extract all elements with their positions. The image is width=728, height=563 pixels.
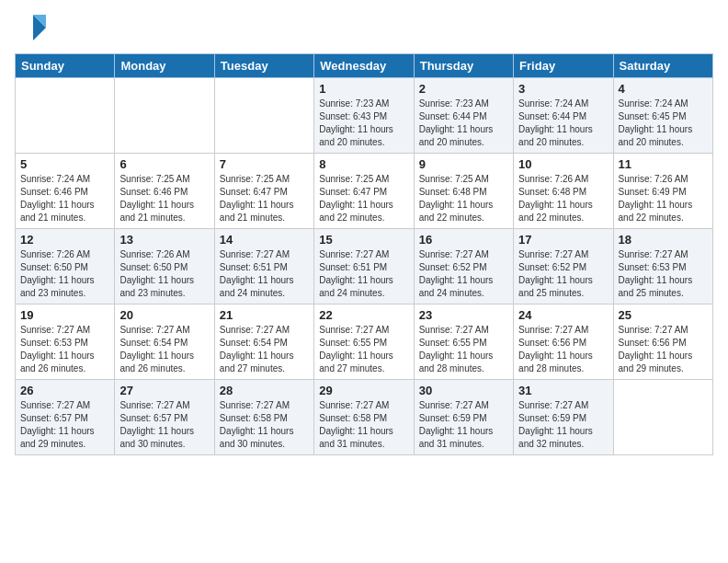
calendar-cell: 30Sunrise: 7:27 AM Sunset: 6:59 PM Dayli…	[414, 380, 513, 455]
day-info: Sunrise: 7:27 AM Sunset: 6:57 PM Dayligh…	[20, 399, 109, 451]
day-number: 9	[419, 157, 508, 171]
calendar-cell: 25Sunrise: 7:27 AM Sunset: 6:56 PM Dayli…	[613, 304, 712, 380]
calendar-cell: 9Sunrise: 7:25 AM Sunset: 6:48 PM Daylig…	[414, 154, 513, 229]
calendar-cell: 4Sunrise: 7:24 AM Sunset: 6:45 PM Daylig…	[613, 78, 712, 154]
week-row-2: 5Sunrise: 7:24 AM Sunset: 6:46 PM Daylig…	[16, 154, 713, 229]
day-number: 29	[319, 384, 408, 397]
day-number: 14	[220, 233, 309, 247]
day-number: 16	[419, 233, 508, 247]
day-info: Sunrise: 7:27 AM Sunset: 6:59 PM Dayligh…	[419, 399, 508, 451]
calendar-cell: 10Sunrise: 7:26 AM Sunset: 6:48 PM Dayli…	[514, 154, 613, 229]
day-number: 31	[518, 384, 608, 397]
day-info: Sunrise: 7:27 AM Sunset: 6:52 PM Dayligh…	[518, 248, 608, 300]
weekday-header-thursday: Thursday	[414, 54, 513, 78]
logo	[15, 11, 50, 44]
weekday-header-friday: Friday	[514, 54, 613, 78]
day-info: Sunrise: 7:23 AM Sunset: 6:43 PM Dayligh…	[319, 98, 408, 149]
day-info: Sunrise: 7:27 AM Sunset: 6:54 PM Dayligh…	[220, 324, 309, 375]
header	[15, 11, 713, 44]
day-number: 13	[119, 233, 209, 247]
day-number: 25	[619, 308, 708, 322]
weekday-header-wednesday: Wednesday	[314, 54, 414, 78]
calendar-cell: 26Sunrise: 7:27 AM Sunset: 6:57 PM Dayli…	[16, 380, 115, 455]
day-number: 22	[319, 308, 408, 322]
day-number: 26	[20, 384, 109, 397]
day-number: 7	[220, 157, 309, 171]
calendar-cell: 7Sunrise: 7:25 AM Sunset: 6:47 PM Daylig…	[214, 154, 313, 229]
day-number: 18	[619, 233, 708, 247]
calendar-cell: 29Sunrise: 7:27 AM Sunset: 6:58 PM Dayli…	[314, 380, 414, 455]
day-info: Sunrise: 7:26 AM Sunset: 6:50 PM Dayligh…	[119, 248, 209, 300]
day-info: Sunrise: 7:27 AM Sunset: 6:56 PM Dayligh…	[518, 324, 608, 375]
calendar-cell: 8Sunrise: 7:25 AM Sunset: 6:47 PM Daylig…	[314, 154, 414, 229]
day-info: Sunrise: 7:26 AM Sunset: 6:50 PM Dayligh…	[20, 248, 109, 300]
calendar-cell: 14Sunrise: 7:27 AM Sunset: 6:51 PM Dayli…	[214, 229, 313, 304]
day-number: 21	[220, 308, 309, 322]
day-info: Sunrise: 7:27 AM Sunset: 6:58 PM Dayligh…	[319, 399, 408, 451]
calendar-cell: 13Sunrise: 7:26 AM Sunset: 6:50 PM Dayli…	[115, 229, 214, 304]
calendar-cell: 5Sunrise: 7:24 AM Sunset: 6:46 PM Daylig…	[16, 154, 115, 229]
calendar-cell: 6Sunrise: 7:25 AM Sunset: 6:46 PM Daylig…	[115, 154, 214, 229]
page: SundayMondayTuesdayWednesdayThursdayFrid…	[0, 0, 728, 563]
calendar-cell	[115, 78, 214, 154]
day-number: 28	[220, 384, 309, 397]
calendar-cell	[214, 78, 313, 154]
day-info: Sunrise: 7:27 AM Sunset: 6:54 PM Dayligh…	[119, 324, 209, 375]
day-number: 4	[619, 82, 708, 96]
calendar-cell: 3Sunrise: 7:24 AM Sunset: 6:44 PM Daylig…	[514, 78, 613, 154]
calendar-cell: 11Sunrise: 7:26 AM Sunset: 6:49 PM Dayli…	[613, 154, 712, 229]
day-number: 5	[20, 157, 109, 171]
week-row-3: 12Sunrise: 7:26 AM Sunset: 6:50 PM Dayli…	[16, 229, 713, 304]
day-info: Sunrise: 7:27 AM Sunset: 6:53 PM Dayligh…	[619, 248, 708, 300]
logo-icon	[15, 11, 48, 44]
day-number: 19	[20, 308, 109, 322]
day-number: 30	[419, 384, 508, 397]
day-number: 1	[319, 82, 408, 96]
day-info: Sunrise: 7:27 AM Sunset: 6:55 PM Dayligh…	[319, 324, 408, 375]
day-info: Sunrise: 7:27 AM Sunset: 6:58 PM Dayligh…	[220, 399, 309, 451]
calendar-cell: 15Sunrise: 7:27 AM Sunset: 6:51 PM Dayli…	[314, 229, 414, 304]
day-info: Sunrise: 7:27 AM Sunset: 6:53 PM Dayligh…	[20, 324, 109, 375]
day-number: 8	[319, 157, 408, 171]
day-number: 23	[419, 308, 508, 322]
week-row-4: 19Sunrise: 7:27 AM Sunset: 6:53 PM Dayli…	[16, 304, 713, 380]
calendar-cell: 18Sunrise: 7:27 AM Sunset: 6:53 PM Dayli…	[613, 229, 712, 304]
calendar-cell: 16Sunrise: 7:27 AM Sunset: 6:52 PM Dayli…	[414, 229, 513, 304]
calendar-cell: 2Sunrise: 7:23 AM Sunset: 6:44 PM Daylig…	[414, 78, 513, 154]
calendar-cell: 12Sunrise: 7:26 AM Sunset: 6:50 PM Dayli…	[16, 229, 115, 304]
weekday-header-tuesday: Tuesday	[214, 54, 313, 78]
day-number: 2	[419, 82, 508, 96]
day-info: Sunrise: 7:27 AM Sunset: 6:51 PM Dayligh…	[319, 248, 408, 300]
calendar-cell: 23Sunrise: 7:27 AM Sunset: 6:55 PM Dayli…	[414, 304, 513, 380]
day-info: Sunrise: 7:23 AM Sunset: 6:44 PM Dayligh…	[419, 98, 508, 149]
day-number: 24	[518, 308, 608, 322]
calendar-cell: 1Sunrise: 7:23 AM Sunset: 6:43 PM Daylig…	[314, 78, 414, 154]
day-info: Sunrise: 7:25 AM Sunset: 6:48 PM Dayligh…	[419, 173, 508, 224]
calendar-cell: 19Sunrise: 7:27 AM Sunset: 6:53 PM Dayli…	[16, 304, 115, 380]
day-info: Sunrise: 7:27 AM Sunset: 6:52 PM Dayligh…	[419, 248, 508, 300]
calendar-cell: 31Sunrise: 7:27 AM Sunset: 6:59 PM Dayli…	[514, 380, 613, 455]
day-info: Sunrise: 7:27 AM Sunset: 6:51 PM Dayligh…	[220, 248, 309, 300]
day-number: 20	[119, 308, 209, 322]
day-info: Sunrise: 7:25 AM Sunset: 6:46 PM Dayligh…	[119, 173, 209, 224]
calendar-cell: 17Sunrise: 7:27 AM Sunset: 6:52 PM Dayli…	[514, 229, 613, 304]
day-info: Sunrise: 7:27 AM Sunset: 6:57 PM Dayligh…	[119, 399, 209, 451]
week-row-1: 1Sunrise: 7:23 AM Sunset: 6:43 PM Daylig…	[16, 78, 713, 154]
weekday-header-sunday: Sunday	[16, 54, 115, 78]
calendar-cell: 20Sunrise: 7:27 AM Sunset: 6:54 PM Dayli…	[115, 304, 214, 380]
day-number: 3	[518, 82, 608, 96]
day-number: 17	[518, 233, 608, 247]
calendar-cell	[16, 78, 115, 154]
weekday-header-monday: Monday	[115, 54, 214, 78]
day-number: 10	[518, 157, 608, 171]
calendar-cell: 24Sunrise: 7:27 AM Sunset: 6:56 PM Dayli…	[514, 304, 613, 380]
day-info: Sunrise: 7:26 AM Sunset: 6:48 PM Dayligh…	[518, 173, 608, 224]
day-number: 11	[619, 157, 708, 171]
day-number: 15	[319, 233, 408, 247]
calendar-cell: 27Sunrise: 7:27 AM Sunset: 6:57 PM Dayli…	[115, 380, 214, 455]
day-info: Sunrise: 7:24 AM Sunset: 6:44 PM Dayligh…	[518, 98, 608, 149]
day-info: Sunrise: 7:24 AM Sunset: 6:46 PM Dayligh…	[20, 173, 109, 224]
day-info: Sunrise: 7:27 AM Sunset: 6:56 PM Dayligh…	[619, 324, 708, 375]
weekday-header-row: SundayMondayTuesdayWednesdayThursdayFrid…	[16, 54, 713, 78]
calendar-cell: 28Sunrise: 7:27 AM Sunset: 6:58 PM Dayli…	[214, 380, 313, 455]
